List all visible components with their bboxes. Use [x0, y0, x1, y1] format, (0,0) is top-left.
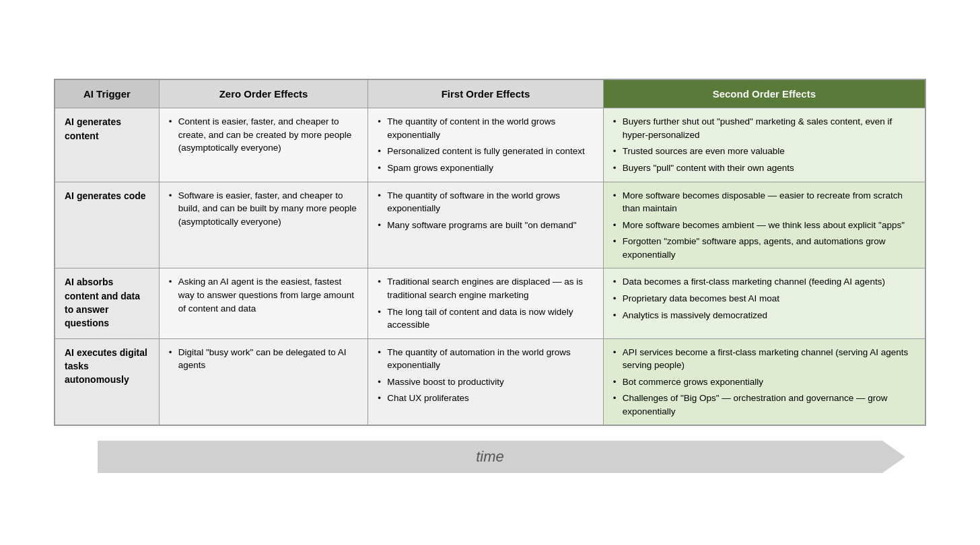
- list-item: Challenges of "Big Ops" — orchestration …: [613, 392, 915, 418]
- list-item: Traditional search engines are displaced…: [378, 275, 593, 301]
- list-item: Software is easier, faster, and cheaper …: [169, 189, 359, 229]
- first-cell: The quantity of software in the world gr…: [368, 182, 603, 268]
- time-label: time: [476, 448, 504, 466]
- trigger-cell: AI generates content: [55, 108, 159, 182]
- first-cell: The quantity of content in the world gro…: [368, 108, 603, 182]
- time-arrow-section: time: [54, 441, 926, 473]
- list-item: Content is easier, faster, and cheaper t…: [169, 115, 359, 155]
- effects-table: AI Trigger Zero Order Effects First Orde…: [54, 79, 926, 427]
- list-item: Forgotten "zombie" software apps, agents…: [613, 235, 915, 261]
- zero-cell: Asking an AI agent is the easiest, faste…: [159, 268, 368, 338]
- header-first: First Order Effects: [368, 79, 603, 108]
- first-cell: Traditional search engines are displaced…: [368, 268, 603, 338]
- list-item: Chat UX proliferates: [378, 392, 593, 405]
- second-cell: More software becomes disposable — easie…: [603, 182, 925, 268]
- list-item: Many software programs are built "on dem…: [378, 219, 593, 232]
- list-item: API services become a first-class market…: [613, 346, 915, 372]
- header-trigger: AI Trigger: [55, 79, 159, 108]
- trigger-cell: AI absorbs content and data to answer qu…: [55, 268, 159, 338]
- list-item: Massive boost to productivity: [378, 375, 593, 389]
- first-cell: The quantity of automation in the world …: [368, 338, 603, 425]
- list-item: Spam grows exponentially: [378, 161, 593, 175]
- trigger-cell: AI generates code: [55, 182, 159, 268]
- header-row: AI Trigger Zero Order Effects First Orde…: [55, 79, 925, 108]
- table-row: AI executes digital tasks autonomouslyDi…: [55, 338, 925, 425]
- list-item: More software becomes disposable — easie…: [613, 189, 915, 215]
- list-item: Buyers "pull" content with their own age…: [613, 161, 915, 175]
- list-item: Digital "busy work" can be delegated to …: [169, 346, 359, 372]
- list-item: Proprietary data becomes best AI moat: [613, 292, 915, 305]
- header-zero: Zero Order Effects: [159, 79, 368, 108]
- list-item: Bot commerce grows exponentially: [613, 375, 915, 389]
- table-row: AI absorbs content and data to answer qu…: [55, 268, 925, 338]
- list-item: More software becomes ambient — we think…: [613, 219, 915, 232]
- list-item: The quantity of content in the world gro…: [378, 115, 593, 141]
- zero-cell: Digital "busy work" can be delegated to …: [159, 338, 368, 425]
- list-item: The quantity of automation in the world …: [378, 346, 593, 372]
- list-item: The long tail of content and data is now…: [378, 305, 593, 332]
- zero-cell: Software is easier, faster, and cheaper …: [159, 182, 368, 268]
- second-cell: Buyers further shut out "pushed" marketi…: [603, 108, 925, 182]
- list-item: Data becomes a first-class marketing cha…: [613, 275, 915, 289]
- trigger-cell: AI executes digital tasks autonomously: [55, 338, 159, 425]
- list-item: Asking an AI agent is the easiest, faste…: [169, 275, 359, 315]
- list-item: Buyers further shut out "pushed" marketi…: [613, 115, 915, 141]
- header-second: Second Order Effects: [603, 79, 925, 108]
- list-item: Trusted sources are even more valuable: [613, 145, 915, 158]
- second-cell: Data becomes a first-class marketing cha…: [603, 268, 925, 338]
- table-row: AI generates contentContent is easier, f…: [55, 108, 925, 182]
- time-arrow-bar: time: [98, 441, 882, 473]
- table-row: AI generates codeSoftware is easier, fas…: [55, 182, 925, 268]
- list-item: Personalized content is fully generated …: [378, 145, 593, 158]
- list-item: Analytics is massively democratized: [613, 309, 915, 322]
- list-item: The quantity of software in the world gr…: [378, 189, 593, 215]
- zero-cell: Content is easier, faster, and cheaper t…: [159, 108, 368, 182]
- second-cell: API services become a first-class market…: [603, 338, 925, 425]
